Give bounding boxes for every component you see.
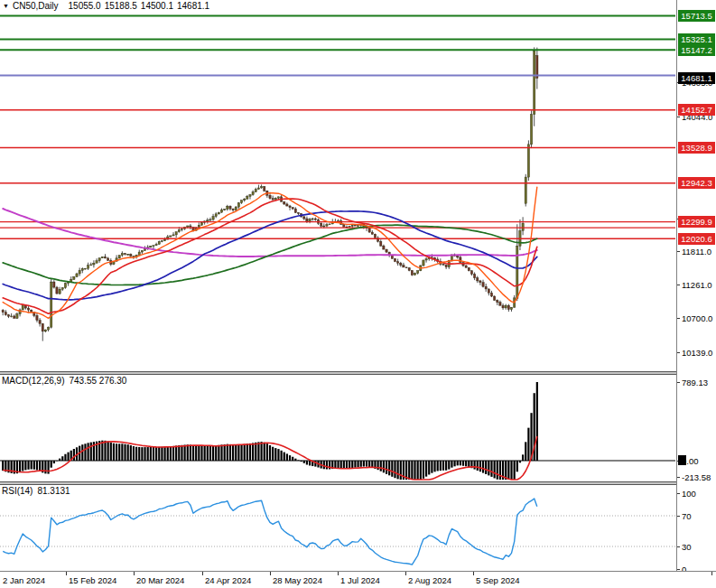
date-axis[interactable]: 2 Jan 202415 Feb 202420 Mar 202424 Apr 2… xyxy=(0,571,716,588)
price-axis-tick xyxy=(677,117,680,117)
date-label: 15 Feb 2024 xyxy=(69,575,116,585)
date-tick xyxy=(202,572,203,575)
candlestick-chart[interactable] xyxy=(0,0,676,371)
macd-header: MACD(12,26,9)743.55 276.30 xyxy=(2,376,131,386)
rsi-header: RSI(14)81.3131 xyxy=(2,486,75,496)
price-axis-tick xyxy=(677,318,680,319)
price-axis-label: 10139.0 xyxy=(682,348,712,358)
price-axis-tick xyxy=(677,285,680,285)
date-label: 24 Apr 2024 xyxy=(205,575,251,585)
date-label: 20 Mar 2024 xyxy=(136,575,184,585)
open-value: 15055.0 xyxy=(69,1,101,11)
trading-chart-window: ▼CN50,Daily15055.015188.514500.114681.1 … xyxy=(0,0,716,588)
price-axis-tick xyxy=(677,352,680,353)
high-value: 15188.5 xyxy=(105,1,137,11)
macd-label: MACD(12,26,9) xyxy=(2,376,64,386)
price-badge: 14681.1 xyxy=(678,72,715,84)
date-tick xyxy=(66,572,67,575)
rsi-panel[interactable]: RSI(14)81.3131 xyxy=(0,485,676,571)
rsi-value: 81.3131 xyxy=(37,486,70,496)
price-axis-label: 11261.0 xyxy=(682,280,712,290)
date-label: 1 Jul 2024 xyxy=(340,575,380,585)
rsi-axis-label: 30 xyxy=(682,542,692,552)
rsi-axis-tick xyxy=(677,493,680,494)
symbol-period-label: CN50,Daily xyxy=(13,1,59,11)
rsi-axis-tick xyxy=(677,516,680,517)
macd-values: 743.55 276.30 xyxy=(69,376,126,386)
rsi-label: RSI(14) xyxy=(2,486,33,496)
date-tick xyxy=(134,572,135,575)
price-axis[interactable]: 14605.014044.012372.011811.011261.010700… xyxy=(676,0,716,571)
date-tick xyxy=(405,572,406,575)
price-axis-label: 10700.0 xyxy=(682,313,712,323)
macd-axis-tick xyxy=(677,477,680,478)
macd-axis-tick xyxy=(677,382,680,383)
low-value: 14500.1 xyxy=(141,1,173,11)
price-badge: 12020.6 xyxy=(678,233,715,245)
rsi-axis-label: 70 xyxy=(682,511,692,521)
price-chart-panel[interactable]: ▼CN50,Daily15055.015188.514500.114681.1 xyxy=(0,0,676,371)
date-label: 2 Aug 2024 xyxy=(408,575,451,585)
rsi-chart[interactable] xyxy=(0,485,676,571)
date-label: 2 Jan 2024 xyxy=(3,575,45,585)
ohlc-header: ▼CN50,Daily15055.015188.514500.114681.1 xyxy=(3,1,209,11)
price-badge: 12942.3 xyxy=(678,177,715,189)
date-tick xyxy=(711,572,712,575)
price-badge: 14152.7 xyxy=(678,104,715,116)
price-badge: 15147.2 xyxy=(678,44,715,56)
date-tick xyxy=(338,572,339,575)
symbol-marker-icon[interactable]: ▼ xyxy=(3,3,9,9)
price-axis-tick xyxy=(677,251,680,252)
rsi-axis-tick xyxy=(677,546,680,547)
rsi-axis-label: 100 xyxy=(682,489,696,499)
macd-panel[interactable]: MACD(12,26,9)743.55 276.30 xyxy=(0,375,676,481)
date-tick xyxy=(473,572,474,575)
macd-axis-label: -213.58 xyxy=(682,472,711,482)
price-badge: 15713.5 xyxy=(678,10,715,22)
macd-axis-label: 789.13 xyxy=(682,378,708,387)
date-tick xyxy=(270,572,271,575)
price-axis-label: 11811.0 xyxy=(682,247,711,257)
price-badge: 12299.9 xyxy=(678,216,715,228)
date-label: 5 Sep 2024 xyxy=(476,575,520,585)
date-label: 28 May 2024 xyxy=(273,575,322,585)
macd-zero-badge xyxy=(678,455,686,465)
price-badge: 13528.9 xyxy=(678,142,715,154)
macd-chart[interactable] xyxy=(0,375,676,481)
rsi-axis-tick xyxy=(677,569,680,570)
close-value: 14681.1 xyxy=(177,1,209,11)
